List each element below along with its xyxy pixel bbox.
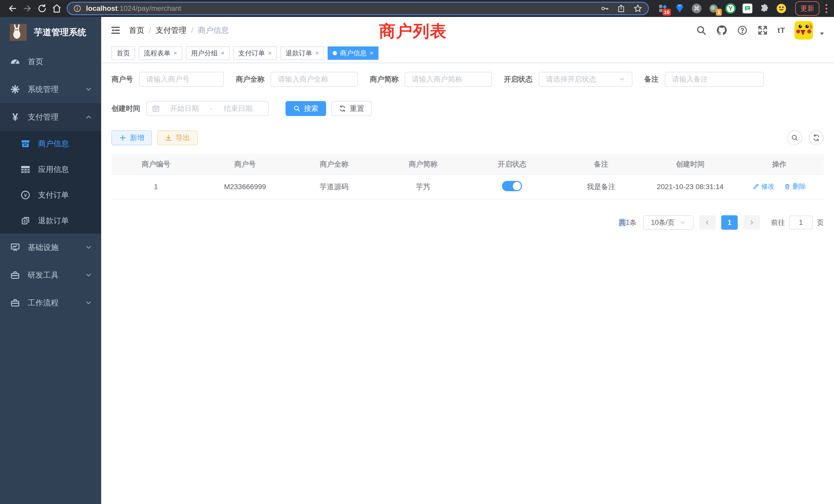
- sidebar-item-home[interactable]: 首页: [0, 48, 101, 75]
- sidebar-item-label: 支付订单: [38, 190, 69, 201]
- page-annotation: 商户列表: [379, 20, 447, 42]
- pagination-total: 共1条: [619, 218, 637, 227]
- hamburger-icon[interactable]: [110, 25, 121, 36]
- cell-remark: 我是备注: [557, 175, 646, 199]
- back-icon[interactable]: [5, 1, 20, 16]
- chevron-up-icon: [85, 113, 92, 121]
- close-icon[interactable]: ×: [370, 49, 373, 57]
- tab-merchant-info[interactable]: 商户信息×: [328, 46, 378, 60]
- page-size-value: 10条/页: [651, 218, 675, 227]
- edit-link[interactable]: 修改: [753, 182, 775, 191]
- prev-page-button[interactable]: [699, 215, 716, 230]
- close-icon[interactable]: ×: [174, 49, 177, 57]
- refresh-table-button[interactable]: [809, 130, 824, 145]
- main-area: 首页 / 支付管理 / 商户信息 商户列表: [101, 17, 834, 504]
- delete-link[interactable]: 删除: [784, 182, 806, 191]
- page-number-1[interactable]: 1: [721, 215, 738, 230]
- sidebar-item-system[interactable]: 系统管理: [0, 75, 101, 103]
- github-icon[interactable]: [716, 24, 728, 36]
- avatar-caret-icon[interactable]: [818, 30, 825, 37]
- tab-refund-order[interactable]: 退款订单×: [280, 46, 324, 60]
- home-icon[interactable]: [49, 1, 64, 16]
- cell-create-time: 2021-10-23 08:31:14: [646, 175, 735, 199]
- extension-command-icon[interactable]: ⌘: [692, 3, 702, 14]
- avatar[interactable]: [794, 21, 813, 40]
- fullscreen-icon[interactable]: [757, 25, 768, 36]
- short-name-input[interactable]: [405, 72, 492, 87]
- sidebar-item-refund-order[interactable]: 退款订单: [0, 208, 101, 233]
- page-size-select[interactable]: 10条/页: [643, 215, 694, 230]
- delete-trash-icon: [784, 183, 791, 190]
- next-page-button[interactable]: [743, 215, 760, 230]
- filter-remark: 备注: [644, 72, 764, 87]
- breadcrumb-pay[interactable]: 支付管理: [156, 25, 186, 36]
- browser-update-button[interactable]: 更新: [795, 1, 819, 16]
- site-info-icon[interactable]: [73, 4, 81, 13]
- bookmark-star-icon[interactable]: [633, 4, 642, 13]
- add-button[interactable]: 新增: [111, 130, 152, 145]
- header-search-icon[interactable]: [696, 25, 707, 36]
- close-icon[interactable]: ×: [315, 49, 319, 57]
- extension-blocks-icon[interactable]: 10: [658, 3, 668, 14]
- search-button[interactable]: 搜索: [286, 101, 326, 116]
- close-icon[interactable]: ×: [268, 49, 272, 57]
- tab-label: 用户分组: [191, 49, 218, 58]
- edit-pencil-icon: [753, 183, 759, 190]
- status-select[interactable]: 请选择开启状态: [539, 72, 632, 87]
- download-icon: [165, 134, 172, 141]
- refresh-icon: [812, 134, 820, 142]
- export-button[interactable]: 导出: [157, 130, 198, 145]
- chevron-down-icon: [619, 76, 625, 83]
- document-copy-icon: [20, 216, 31, 226]
- reload-icon[interactable]: [35, 1, 49, 16]
- extension-gem-icon[interactable]: [675, 3, 685, 14]
- filter-create-time: 创建时间 开始日期 - 结束日期: [111, 101, 269, 116]
- full-name-input[interactable]: [271, 72, 358, 87]
- sidebar-item-infra[interactable]: 基础设施: [0, 233, 101, 261]
- profile-emoji-icon[interactable]: [776, 3, 787, 14]
- chevron-down-icon: [85, 244, 92, 251]
- close-icon[interactable]: ×: [221, 49, 224, 57]
- extension-y-icon[interactable]: Y: [725, 3, 736, 14]
- date-range-picker[interactable]: 开始日期 - 结束日期: [146, 101, 269, 116]
- share-icon[interactable]: [617, 4, 626, 13]
- sidebar-item-pay-order[interactable]: ¥ 支付订单: [0, 182, 101, 208]
- browser-menu-icon[interactable]: [824, 3, 829, 15]
- gear-icon: [9, 84, 21, 94]
- extension-chat-icon[interactable]: [742, 3, 753, 14]
- merchant-no-input[interactable]: [139, 72, 224, 87]
- sidebar-item-merchant-info[interactable]: 商户信息: [0, 131, 101, 157]
- extension-proxy-icon[interactable]: 1: [708, 3, 719, 14]
- yen-circle-icon: ¥: [20, 190, 31, 200]
- tab-process-form[interactable]: 流程表单×: [139, 46, 182, 60]
- top-navbar: 首页 / 支付管理 / 商户信息 商户列表: [101, 17, 834, 44]
- password-key-icon[interactable]: [600, 4, 609, 13]
- tab-pay-order[interactable]: 支付订单×: [233, 46, 277, 60]
- extensions-puzzle-icon[interactable]: [759, 3, 770, 14]
- toggle-search-button[interactable]: [787, 130, 802, 145]
- sidebar-item-label: 系统管理: [28, 84, 59, 95]
- address-bar[interactable]: localhost:1024/pay/merchant: [67, 2, 649, 15]
- extension-badge: 10: [662, 9, 671, 16]
- sidebar-item-workflow[interactable]: 工作流程: [0, 289, 101, 317]
- sidebar-item-pay[interactable]: ¥ 支付管理: [0, 103, 101, 131]
- total-count: 1: [626, 219, 630, 226]
- forward-icon[interactable]: [20, 1, 35, 16]
- goto-page-input[interactable]: [789, 215, 813, 229]
- calendar-icon: [152, 105, 160, 112]
- sidebar-item-dev-tools[interactable]: 研发工具: [0, 261, 101, 289]
- reset-button[interactable]: 重置: [331, 101, 372, 116]
- sidebar-item-app-info[interactable]: 应用信息: [0, 157, 101, 182]
- table-toolbar: 新增 导出: [111, 130, 824, 145]
- tab-user-group[interactable]: 用户分组×: [186, 46, 229, 60]
- help-icon[interactable]: [737, 25, 748, 36]
- col-actions: 操作: [734, 154, 824, 175]
- chevron-down-icon: [85, 86, 92, 93]
- breadcrumb-separator: /: [191, 26, 193, 35]
- tab-home[interactable]: 首页: [111, 46, 135, 60]
- sidebar-logo[interactable]: 芋道管理系统: [0, 17, 101, 48]
- remark-input[interactable]: [665, 72, 764, 87]
- status-toggle[interactable]: [502, 181, 522, 191]
- breadcrumb-home[interactable]: 首页: [129, 25, 144, 36]
- font-size-icon[interactable]: tT: [777, 26, 785, 35]
